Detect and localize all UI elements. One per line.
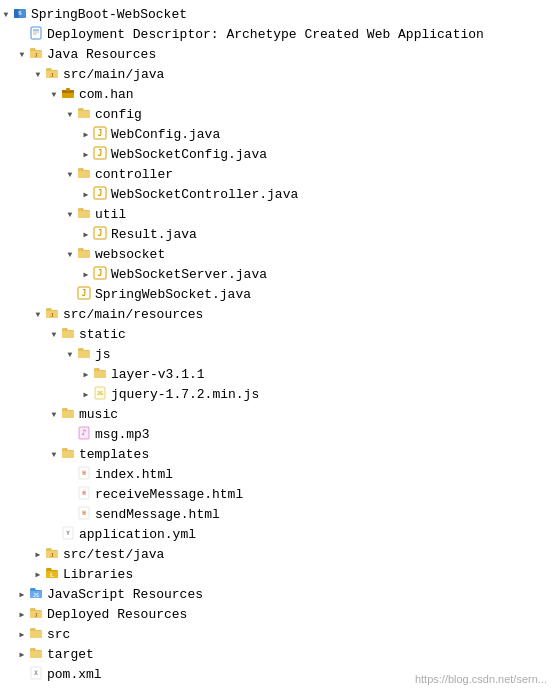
item-icon: J [76, 285, 95, 304]
item-icon: J [92, 225, 111, 244]
tree-item-music[interactable]: music [0, 404, 555, 424]
item-label: js [95, 347, 111, 362]
item-icon [60, 445, 79, 463]
expand-arrow[interactable] [64, 247, 76, 261]
expand-arrow[interactable] [48, 447, 60, 461]
tree-item-msg-mp3[interactable]: ♪ msg.mp3 [0, 424, 555, 444]
tree-item-js-resources[interactable]: JS JavaScript Resources [0, 584, 555, 604]
tree-item-webconfig[interactable]: J WebConfig.java [0, 124, 555, 144]
expand-arrow[interactable] [64, 167, 76, 181]
item-icon: L [44, 565, 63, 583]
item-icon [76, 345, 95, 363]
tree-item-index-html[interactable]: H index.html [0, 464, 555, 484]
tree-item-util[interactable]: util [0, 204, 555, 224]
item-label: util [95, 207, 126, 222]
tree-item-root[interactable]: S SpringBoot-WebSocket [0, 4, 555, 24]
svg-text:J: J [82, 289, 87, 298]
tree-item-springwebsocket[interactable]: J SpringWebSocket.java [0, 284, 555, 304]
tree-item-libraries[interactable]: L Libraries [0, 564, 555, 584]
item-label: sendMessage.html [95, 507, 220, 522]
item-icon: JS [92, 385, 111, 404]
item-icon: J [92, 265, 111, 284]
tree-item-layer-v3[interactable]: layer-v3.1.1 [0, 364, 555, 384]
tree-item-websocketcontroller[interactable]: J WebSocketController.java [0, 184, 555, 204]
tree-item-controller[interactable]: controller [0, 164, 555, 184]
no-arrow [48, 527, 60, 541]
tree-item-websocket[interactable]: websocket [0, 244, 555, 264]
item-label: music [79, 407, 118, 422]
tree-item-config[interactable]: config [0, 104, 555, 124]
item-label: msg.mp3 [95, 427, 150, 442]
svg-text:H: H [82, 469, 86, 476]
tree-item-application-yml[interactable]: Y application.yml [0, 524, 555, 544]
expand-arrow[interactable] [48, 327, 60, 341]
tree-item-static[interactable]: static [0, 324, 555, 344]
expand-arrow[interactable] [48, 87, 60, 101]
tree-item-deployed-resources[interactable]: J Deployed Resources [0, 604, 555, 624]
item-icon: H [76, 505, 95, 524]
tree-item-src-main-java[interactable]: J src/main/java [0, 64, 555, 84]
collapse-arrow[interactable] [80, 267, 92, 281]
tree-item-src-main-resources[interactable]: J src/main/resources [0, 304, 555, 324]
item-label: templates [79, 447, 149, 462]
collapse-arrow[interactable] [16, 627, 28, 641]
item-icon: J [92, 185, 111, 204]
tree-item-result[interactable]: J Result.java [0, 224, 555, 244]
tree-item-jquery[interactable]: JS jquery-1.7.2.min.js [0, 384, 555, 404]
expand-arrow[interactable] [48, 407, 60, 421]
tree-item-receivemessage-html[interactable]: H receiveMessage.html [0, 484, 555, 504]
expand-arrow[interactable] [64, 207, 76, 221]
item-label: websocket [95, 247, 165, 262]
file-tree[interactable]: S SpringBoot-WebSocket Deployment Descri… [0, 0, 555, 693]
item-icon [28, 25, 47, 44]
collapse-arrow[interactable] [16, 587, 28, 601]
item-label: Libraries [63, 567, 133, 582]
item-label: Deployment Descriptor: Archetype Created… [47, 27, 484, 42]
tree-item-templates[interactable]: templates [0, 444, 555, 464]
item-icon: ♪ [76, 425, 95, 444]
tree-item-src-test-java[interactable]: J src/test/java [0, 544, 555, 564]
collapse-arrow[interactable] [16, 607, 28, 621]
svg-text:H: H [82, 509, 86, 516]
item-label: index.html [95, 467, 173, 482]
collapse-arrow[interactable] [16, 647, 28, 661]
no-arrow [16, 27, 28, 41]
expand-arrow[interactable] [32, 307, 44, 321]
item-label: src/test/java [63, 547, 164, 562]
expand-arrow[interactable] [32, 67, 44, 81]
svg-rect-3 [31, 27, 41, 39]
expand-arrow[interactable] [16, 47, 28, 61]
tree-item-js[interactable]: js [0, 344, 555, 364]
item-label: WebSocketServer.java [111, 267, 267, 282]
item-icon: H [76, 485, 95, 504]
collapse-arrow[interactable] [80, 227, 92, 241]
collapse-arrow[interactable] [80, 387, 92, 401]
collapse-arrow[interactable] [80, 127, 92, 141]
no-arrow [64, 467, 76, 481]
tree-item-sendmessage-html[interactable]: H sendMessage.html [0, 504, 555, 524]
expand-arrow[interactable] [0, 7, 12, 21]
svg-text:J: J [35, 52, 38, 58]
watermark-text: https://blog.csdn.net/sern... [415, 673, 547, 685]
svg-rect-11 [66, 88, 70, 91]
tree-item-deployment-descriptor[interactable]: Deployment Descriptor: Archetype Created… [0, 24, 555, 44]
item-icon [76, 105, 95, 123]
collapse-arrow[interactable] [32, 567, 44, 581]
tree-item-target-folder[interactable]: target [0, 644, 555, 664]
tree-item-com-han[interactable]: com.han [0, 84, 555, 104]
item-label: static [79, 327, 126, 342]
expand-arrow[interactable] [64, 107, 76, 121]
tree-item-websocketserver[interactable]: J WebSocketServer.java [0, 264, 555, 284]
tree-item-src-folder[interactable]: src [0, 624, 555, 644]
collapse-arrow[interactable] [80, 187, 92, 201]
collapse-arrow[interactable] [80, 147, 92, 161]
item-icon [76, 245, 95, 263]
item-icon [60, 325, 79, 343]
item-icon: J [44, 545, 63, 563]
tree-item-java-resources[interactable]: J Java Resources [0, 44, 555, 64]
expand-arrow[interactable] [64, 347, 76, 361]
tree-item-websocketconfig[interactable]: J WebSocketConfig.java [0, 144, 555, 164]
collapse-arrow[interactable] [32, 547, 44, 561]
collapse-arrow[interactable] [80, 367, 92, 381]
item-label: pom.xml [47, 667, 102, 682]
